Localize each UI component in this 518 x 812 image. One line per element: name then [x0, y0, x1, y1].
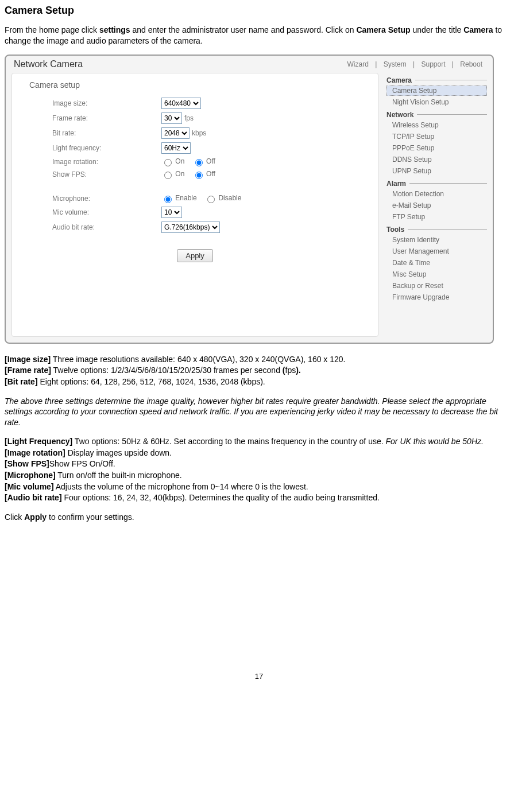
sidebar-item-upnp[interactable]: UPNP Setup: [386, 166, 487, 176]
screenshot-toplinks: Wizard | System | Support | Reboot: [345, 60, 485, 68]
sidebar-item-ftp[interactable]: FTP Setup: [386, 212, 487, 222]
label-audio-bit-rate: Audio bit rate:: [52, 223, 161, 231]
quality-note: The above three settings determine the i…: [5, 396, 513, 429]
select-bit-rate[interactable]: 2048: [161, 127, 190, 139]
sidebar-item-wireless[interactable]: Wireless Setup: [386, 120, 487, 130]
radio-showfps-off[interactable]: [195, 172, 203, 179]
sidebar-item-pppoe[interactable]: PPPoE Setup: [386, 143, 487, 153]
sidebar-item-email[interactable]: e-Mail Setup: [386, 200, 487, 211]
section-title: Camera setup: [29, 80, 366, 90]
description-block: [Image size] Three image resolutions ava…: [5, 354, 513, 388]
radio-rotation-off[interactable]: [195, 159, 203, 166]
row-show-fps: Show FPS: On Off: [24, 170, 366, 179]
sidebar-item-ddns[interactable]: DDNS Setup: [386, 154, 487, 165]
description-block-2: [Light Frequency] Two options: 50Hz & 60…: [5, 436, 513, 504]
main-pane: Camera setup Image size: 640x480 Frame r…: [11, 73, 378, 337]
sidebar-item-datetime[interactable]: Date & Time: [386, 258, 487, 268]
screenshot-brand: Network Camera: [14, 59, 83, 69]
row-image-rotation: Image rotation: On Off: [24, 157, 366, 166]
radio-mic-enable[interactable]: [164, 196, 172, 203]
row-image-size: Image size: 640x480: [24, 98, 366, 109]
select-mic-volume[interactable]: 10: [161, 207, 182, 218]
toplink-wizard[interactable]: Wizard: [345, 60, 370, 68]
sidebar-item-firmware[interactable]: Firmware Upgrade: [386, 292, 487, 302]
select-audio-bit-rate[interactable]: G.726(16kbps): [161, 222, 220, 233]
apply-button[interactable]: Apply: [177, 249, 213, 262]
toplink-support[interactable]: Support: [419, 60, 447, 68]
label-image-size: Image size:: [52, 99, 161, 107]
sidegroup-alarm: Alarm: [386, 180, 487, 188]
sidebar-item-tcpip[interactable]: TCP/IP Setup: [386, 131, 487, 142]
sidebar-item-misc[interactable]: Misc Setup: [386, 269, 487, 279]
row-mic-volume: Mic volume: 10: [24, 207, 366, 218]
sidegroup-network: Network: [386, 111, 487, 119]
sidegroup-tools: Tools: [386, 226, 487, 234]
label-mic-volume: Mic volume:: [52, 208, 161, 216]
label-light-frequency: Light frequency:: [52, 144, 161, 152]
sidebar-item-night-vision[interactable]: Night Vision Setup: [386, 97, 487, 107]
sidegroup-camera: Camera: [386, 76, 487, 84]
screenshot-panel: Network Camera Wizard | System | Support…: [5, 55, 494, 344]
row-bit-rate: Bit rate: 2048kbps: [24, 127, 366, 139]
sidebar: Camera Camera Setup Night Vision Setup N…: [386, 73, 487, 304]
page-title: Camera Setup: [5, 5, 513, 17]
toplink-reboot[interactable]: Reboot: [458, 60, 485, 68]
radio-mic-disable[interactable]: [207, 196, 215, 203]
sidebar-item-motion[interactable]: Motion Detection: [386, 189, 487, 199]
suffix-kbps: kbps: [192, 129, 206, 137]
row-microphone: Microphone: Enable Disable: [24, 194, 366, 203]
sidebar-item-backup[interactable]: Backup or Reset: [386, 281, 487, 291]
intro-paragraph: From the home page click settings and en…: [5, 25, 513, 46]
screenshot-header: Network Camera Wizard | System | Support…: [11, 59, 487, 73]
toplink-system[interactable]: System: [381, 60, 409, 68]
sidebar-item-camera-setup[interactable]: Camera Setup: [386, 86, 487, 96]
select-frame-rate[interactable]: 30: [161, 112, 182, 124]
label-show-fps: Show FPS:: [52, 170, 161, 178]
radio-rotation-on[interactable]: [164, 159, 172, 166]
row-light-frequency: Light frequency: 60Hz: [24, 142, 366, 154]
select-light-frequency[interactable]: 60Hz: [161, 142, 191, 154]
apply-line: Click Apply to confirm your settings.: [5, 512, 513, 523]
label-microphone: Microphone:: [52, 195, 161, 203]
suffix-fps: fps: [184, 114, 194, 122]
row-frame-rate: Frame rate: 30fps: [24, 112, 366, 124]
row-audio-bit-rate: Audio bit rate: G.726(16kbps): [24, 222, 366, 233]
page-number: 17: [5, 672, 513, 681]
sidebar-item-sysid[interactable]: System Identity: [386, 235, 487, 245]
label-bit-rate: Bit rate:: [52, 129, 161, 137]
label-image-rotation: Image rotation:: [52, 158, 161, 166]
select-image-size[interactable]: 640x480: [161, 98, 201, 109]
label-frame-rate: Frame rate:: [52, 114, 161, 122]
radio-showfps-on[interactable]: [164, 172, 172, 179]
sidebar-item-usermgmt[interactable]: User Management: [386, 246, 487, 257]
